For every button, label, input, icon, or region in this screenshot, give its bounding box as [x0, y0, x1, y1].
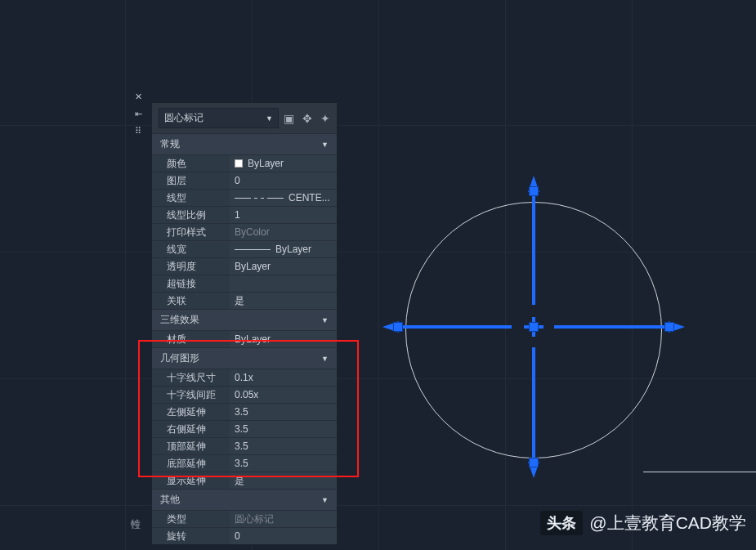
prop-associative-label: 关联 — [152, 294, 230, 308]
prop-associative[interactable]: 关联 是 — [152, 292, 337, 309]
chevron-down-icon: ▼ — [266, 114, 273, 123]
prop-bottom-ext[interactable]: 底部延伸 3.5 — [152, 454, 337, 472]
chevron-down-icon: ▼ — [321, 496, 329, 504]
quick-select-icon[interactable]: ✦ — [320, 112, 330, 125]
prop-transparency[interactable]: 透明度 ByLayer — [152, 257, 337, 275]
lineweight-sample-icon — [235, 249, 271, 250]
prop-layer-value[interactable]: 0 — [230, 172, 337, 189]
prop-show-ext-label: 显示延伸 — [152, 474, 230, 488]
center-mark-line-bottom[interactable] — [532, 347, 535, 462]
close-icon[interactable]: ✕ — [135, 92, 142, 101]
prop-lineweight-value[interactable]: ByLayer — [230, 241, 337, 257]
prop-hyperlink-label: 超链接 — [152, 277, 230, 291]
linetype-sample-icon — [235, 198, 284, 199]
watermark: 头条 @上壹教育CAD教学 — [540, 511, 746, 535]
prop-hyperlink-value[interactable] — [230, 275, 337, 292]
prop-ltscale[interactable]: 线型比例 1 — [152, 206, 337, 223]
prop-top-ext-label: 顶部延伸 — [152, 440, 230, 454]
watermark-prefix: 头条 — [540, 511, 583, 535]
select-objects-icon[interactable]: ✥ — [302, 112, 312, 125]
section-general-title: 常规 — [160, 137, 180, 151]
prop-left-ext-label: 左侧延伸 — [152, 405, 230, 419]
center-mark-line-left[interactable] — [397, 325, 512, 329]
drawing-area[interactable] — [382, 179, 685, 481]
prop-linetype-value[interactable]: CENTE... — [230, 190, 337, 206]
center-mark-line-top[interactable] — [532, 190, 535, 305]
prop-cross-gap-value[interactable]: 0.05x — [230, 387, 337, 403]
grip-bottom[interactable] — [530, 458, 538, 467]
grip-right[interactable] — [665, 323, 673, 331]
drawn-line[interactable] — [643, 472, 756, 472]
prop-lineweight[interactable]: 线宽 ByLayer — [152, 240, 337, 257]
prop-transparency-value[interactable]: ByLayer — [230, 258, 337, 275]
grip-center[interactable] — [530, 323, 538, 331]
prop-material-value[interactable]: ByLayer — [230, 331, 337, 347]
prop-color-label: 颜色 — [152, 157, 230, 171]
prop-type-value: 圆心标记 — [230, 511, 337, 527]
prop-rotation-value[interactable]: 0 — [230, 528, 337, 544]
section-3d-title: 三维效果 — [160, 313, 199, 327]
center-mark-line-right[interactable] — [554, 325, 669, 329]
prop-lineweight-label: 线宽 — [152, 243, 230, 257]
palette-title-bar[interactable]: 特性 — [130, 511, 141, 512]
section-geometry-title: 几何图形 — [160, 351, 199, 365]
prop-material[interactable]: 材质 ByLayer — [152, 330, 337, 347]
prop-ltscale-label: 线型比例 — [152, 208, 230, 222]
prop-show-ext[interactable]: 显示延伸 是 — [152, 472, 337, 489]
prop-color[interactable]: 颜色 ByLayer — [152, 154, 337, 172]
grip-left[interactable] — [394, 323, 402, 331]
section-other-title: 其他 — [160, 493, 180, 507]
prop-linetype[interactable]: 线型 CENTE... — [152, 189, 337, 206]
prop-show-ext-value[interactable]: 是 — [230, 472, 337, 489]
prop-rotation-label: 旋转 — [152, 530, 230, 543]
prop-cross-size[interactable]: 十字线尺寸 0.1x — [152, 369, 337, 386]
palette-controls: ✕ ⇤ ⠿ — [131, 92, 145, 136]
object-type-select[interactable]: 圆心标记 ▼ — [159, 108, 279, 128]
prop-plotstyle-value: ByColor — [230, 224, 337, 240]
palette-tool-icons: ▣ ✥ ✦ — [284, 112, 330, 125]
prop-plotstyle-label: 打印样式 — [152, 226, 230, 239]
color-swatch-icon — [235, 159, 243, 168]
prop-top-ext[interactable]: 顶部延伸 3.5 — [152, 437, 337, 454]
prop-type[interactable]: 类型 圆心标记 — [152, 510, 337, 527]
prop-right-ext-value[interactable]: 3.5 — [230, 421, 337, 437]
prop-material-label: 材质 — [152, 333, 230, 347]
prop-cross-size-label: 十字线尺寸 — [152, 371, 230, 385]
prop-top-ext-value[interactable]: 3.5 — [230, 438, 337, 454]
prop-right-ext-label: 右侧延伸 — [152, 423, 230, 436]
prop-layer[interactable]: 图层 0 — [152, 172, 337, 189]
prop-left-ext-value[interactable]: 3.5 — [230, 404, 337, 420]
chevron-down-icon: ▼ — [321, 316, 329, 324]
palette-toolbar: 圆心标记 ▼ ▣ ✥ ✦ — [152, 103, 337, 133]
prop-bottom-ext-label: 底部延伸 — [152, 457, 230, 471]
options-icon[interactable]: ⠿ — [135, 127, 141, 136]
prop-hyperlink[interactable]: 超链接 — [152, 275, 337, 292]
prop-associative-value[interactable]: 是 — [230, 293, 337, 309]
section-3d[interactable]: 三维效果 ▼ — [152, 309, 337, 330]
prop-rotation[interactable]: 旋转 0 — [152, 527, 337, 544]
prop-color-value[interactable]: ByLayer — [230, 155, 337, 172]
section-other[interactable]: 其他 ▼ — [152, 489, 337, 510]
toggle-pickadd-icon[interactable]: ▣ — [284, 112, 294, 125]
prop-cross-size-value[interactable]: 0.1x — [230, 369, 337, 386]
prop-left-ext[interactable]: 左侧延伸 3.5 — [152, 403, 337, 420]
grip-top[interactable] — [530, 187, 538, 195]
prop-right-ext[interactable]: 右侧延伸 3.5 — [152, 420, 337, 437]
chevron-down-icon: ▼ — [321, 355, 329, 363]
properties-palette: 圆心标记 ▼ ▣ ✥ ✦ 常规 ▼ 颜色 ByLayer 图层 0 线型 CEN… — [151, 102, 338, 545]
section-geometry[interactable]: 几何图形 ▼ — [152, 347, 337, 369]
prop-ltscale-value[interactable]: 1 — [230, 207, 337, 223]
prop-linetype-label: 线型 — [152, 191, 230, 205]
pin-icon[interactable]: ⇤ — [135, 110, 142, 118]
prop-layer-label: 图层 — [152, 174, 230, 188]
prop-type-label: 类型 — [152, 512, 230, 526]
section-general[interactable]: 常规 ▼ — [152, 133, 337, 154]
prop-plotstyle[interactable]: 打印样式 ByColor — [152, 223, 337, 240]
object-type-label: 圆心标记 — [164, 111, 204, 125]
prop-cross-gap-label: 十字线间距 — [152, 388, 230, 402]
prop-bottom-ext-value[interactable]: 3.5 — [230, 455, 337, 472]
watermark-text: @上壹教育CAD教学 — [589, 512, 746, 534]
prop-transparency-label: 透明度 — [152, 260, 230, 274]
chevron-down-icon: ▼ — [321, 141, 329, 149]
prop-cross-gap[interactable]: 十字线间距 0.05x — [152, 386, 337, 403]
